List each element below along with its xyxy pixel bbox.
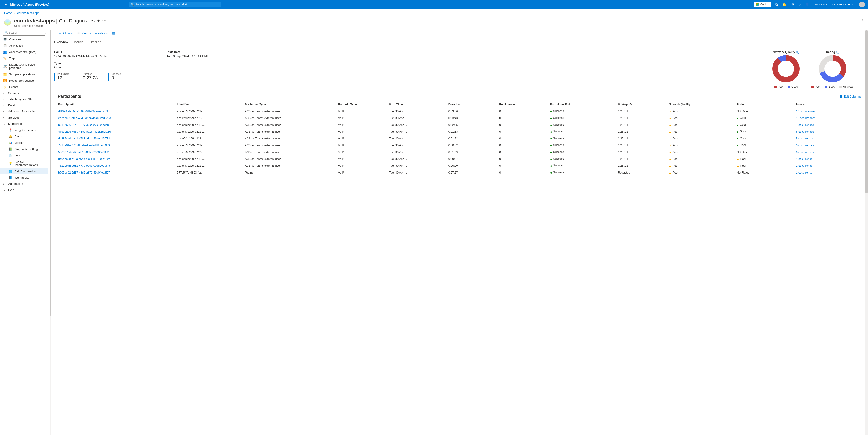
table-row[interactable]: b5154626-81a6-4677-a6cc-27c20abd4b3acs:e… <box>58 122 864 128</box>
sidebar-item-access-control-iam-[interactable]: 👥Access control (IAM) <box>0 49 48 55</box>
column-header[interactable]: Start Time <box>389 101 448 108</box>
cloud-shell-icon[interactable]: ⧉ <box>773 2 780 7</box>
notifications-icon[interactable]: 🔔 <box>780 2 789 7</box>
column-header[interactable]: EndpointType <box>338 101 389 108</box>
metric-label: Participant <box>57 72 69 75</box>
column-header[interactable]: Network Quality <box>668 101 736 108</box>
sidebar-item-workbooks[interactable]: 📘Workbooks <box>0 174 48 181</box>
issues-link[interactable]: 15 occurrences <box>796 117 815 120</box>
breadcrumb-home[interactable]: Home <box>4 11 12 15</box>
sidebar-item-logs[interactable]: 🧾Logs <box>0 152 48 158</box>
table-row[interactable]: 556037ad-5d2c-451e-83bd-20606c63b3facs:e… <box>58 149 864 155</box>
tab-issues[interactable]: Issues <box>74 39 83 46</box>
sidebar-item-telephony-and-sms[interactable]: ›Telephony and SMS <box>0 96 48 102</box>
sidebar-item-advisor-recommendations[interactable]: 💡Advisor recommendations <box>0 158 48 168</box>
sidebar-item-help[interactable]: ⌄Help <box>0 187 48 193</box>
participant-id-link[interactable]: 4bed0abe-455e-4187-aa1e-f591a152f166 <box>58 130 111 133</box>
sidebar-item-alerts[interactable]: 🔔Alerts <box>0 133 48 140</box>
issues-link[interactable]: 1 occurrence <box>796 157 812 161</box>
chevron-icon: › <box>3 104 6 107</box>
column-header[interactable]: Duration <box>448 101 499 108</box>
nq-cell: Poor <box>668 108 736 115</box>
table-row[interactable]: 771ffa61-4673-495d-a4fa-d24887acd959acs:… <box>58 142 864 149</box>
sidebar-item-diagnose-and-solve-problems[interactable]: 🛠️Diagnose and solve problems <box>0 61 48 71</box>
column-header[interactable]: ParticipantId <box>58 101 177 108</box>
grid-view-icon[interactable]: ▦ <box>112 31 115 35</box>
sidebar-item-services[interactable]: ›Services <box>0 115 48 121</box>
tab-timeline[interactable]: Timeline <box>89 39 101 46</box>
settings-gear-icon[interactable]: ⚙ <box>789 2 796 7</box>
info-icon[interactable]: i <box>836 51 839 54</box>
participant-id-link[interactable]: da382ca4-bae1-4783-a31d-46aee89f718 <box>58 137 110 140</box>
issues-link[interactable]: 5 occurrences <box>796 130 814 133</box>
sidebar-item-settings[interactable]: ›Settings <box>0 90 48 96</box>
column-header[interactable]: Sdk/App V… <box>618 101 668 108</box>
table-row[interactable]: ed7dac61-ef6b-4545-a9c4-454c32cd5e3aacs:… <box>58 115 864 122</box>
all-calls-button[interactable]: ←All calls <box>58 31 72 35</box>
participant-id-link[interactable]: b5154626-81a6-4677-a6cc-27c20abd4b3 <box>58 123 111 126</box>
help-icon[interactable]: ? <box>796 3 803 7</box>
account-label[interactable]: MICROSOFT (MICROSOFT.ONMI… <box>812 3 858 6</box>
copilot-button[interactable]: Copilot <box>754 2 771 7</box>
participant-id-link[interactable]: 771ffa61-4673-495d-a4fa-d24887acd959 <box>58 144 110 147</box>
table-row[interactable]: 75229caa-de52-473b-986e-00e520308f8acs:e… <box>58 163 864 169</box>
issues-link[interactable]: 1 occurrence <box>796 164 812 167</box>
participant-id-link[interactable]: 8d0abc89-c48a-46ac-b901-83729db132c <box>58 157 110 161</box>
table-row[interactable]: 4bed0abe-455e-4187-aa1e-f591a152f166acs:… <box>58 128 864 135</box>
feedback-icon[interactable]: 👤 <box>803 2 812 7</box>
tab-overview[interactable]: Overview <box>54 39 68 46</box>
table-row[interactable]: 8d0abc89-c48a-46ac-b901-83729db132cacs:e… <box>58 155 864 163</box>
issues-link[interactable]: 5 occurrences <box>796 144 814 147</box>
ptype-cell: ACS as Teams external user <box>244 142 338 149</box>
sidebar-item-metrics[interactable]: 📊Metrics <box>0 140 48 146</box>
participant-id-link[interactable]: 75229caa-de52-473b-986e-00e520308f8 <box>58 164 110 167</box>
avatar[interactable] <box>859 2 865 7</box>
sidebar-item-overview[interactable]: 🖥️Overview <box>0 36 48 42</box>
sidebar-search-input[interactable] <box>3 30 45 36</box>
issues-link[interactable]: 1 occurrence <box>796 171 812 174</box>
participant-id-link[interactable]: 556037ad-5d2c-451e-83bd-20606c63b3f <box>58 151 110 154</box>
issues-link[interactable]: 3 occurrences <box>796 151 814 154</box>
table-row[interactable]: b705ac02-5d17-48d2-a870-49d04ea3f67577c5… <box>58 169 864 176</box>
sidebar-item-advanced-messaging[interactable]: ›Advanced Messaging <box>0 108 48 115</box>
participant-id-link[interactable]: df1996cd-b9ec-4b6f-b61f-29aaa9c8cd95 <box>58 110 110 113</box>
column-header[interactable]: Rating <box>736 101 796 108</box>
table-row[interactable]: da382ca4-bae1-4783-a31d-46aee89f718acs:e… <box>58 135 864 142</box>
sidebar-item-email[interactable]: ›Email <box>0 102 48 108</box>
issues-link[interactable]: 5 occurrences <box>796 137 814 140</box>
legend-item: Poor <box>811 85 820 88</box>
sidebar-item-resource-visualizer[interactable]: 🔀Resource visualizer <box>0 77 48 84</box>
sidebar-item-automation[interactable]: ›Automation <box>0 181 48 187</box>
favorite-star-icon[interactable]: ★ <box>97 19 100 23</box>
more-menu-icon[interactable]: ··· <box>102 19 106 23</box>
sidebar-item-tags[interactable]: 🏷️Tags <box>0 55 48 61</box>
sidebar-scrollbar[interactable] <box>50 30 52 435</box>
column-header[interactable]: EndReason… <box>499 101 550 108</box>
sidebar-item-call-diagnostics[interactable]: 🌐Call Diagnostics <box>0 168 48 174</box>
sidebar-item-diagnostic-settings[interactable]: 📗Diagnostic settings <box>0 146 48 152</box>
hamburger-icon[interactable]: ≡ <box>2 2 9 7</box>
sidebar-item-label: Sample applications <box>9 72 35 76</box>
column-header[interactable]: ParticipantEnd… <box>550 101 618 108</box>
participant-id-link[interactable]: b705ac02-5d17-48d2-a870-49d04ea3f67 <box>58 171 110 174</box>
column-header[interactable]: ParticipantType <box>244 101 338 108</box>
table-row[interactable]: df1996cd-b9ec-4b6f-b61f-29aaa9c8cd95acs:… <box>58 108 864 115</box>
issues-link[interactable]: 16 occurrences <box>796 110 815 113</box>
brand-label[interactable]: Microsoft Azure (Preview) <box>9 3 49 6</box>
edit-columns-button[interactable]: ☰Edit Columns <box>840 95 861 98</box>
sidebar-item-sample-applications[interactable]: 🗂️Sample applications <box>0 71 48 77</box>
issues-link[interactable]: 7 occurrences <box>796 123 814 126</box>
breadcrumb-resource[interactable]: corertc-test-apps <box>17 11 39 15</box>
sidebar-item-events[interactable]: ⚡Events <box>0 84 48 90</box>
sidebar-item-insights-preview-[interactable]: 📍Insights (preview) <box>0 127 48 133</box>
search-icon: 🔍 <box>4 31 8 34</box>
global-search-input[interactable] <box>128 2 221 7</box>
column-header[interactable]: Identifier <box>177 101 244 108</box>
column-header[interactable]: Issues <box>796 101 864 108</box>
info-icon[interactable]: i <box>796 51 799 54</box>
participant-id-link[interactable]: ed7dac61-ef6b-4545-a9c4-454c32cd5e3a <box>58 117 111 120</box>
close-blade-icon[interactable]: ✕ <box>860 18 863 22</box>
sidebar-item-activity-log[interactable]: 📋Activity log <box>0 42 48 49</box>
sidebar-item-monitoring[interactable]: ⌄Monitoring <box>0 121 48 127</box>
view-docs-button[interactable]: 📄View documentation <box>76 31 108 35</box>
